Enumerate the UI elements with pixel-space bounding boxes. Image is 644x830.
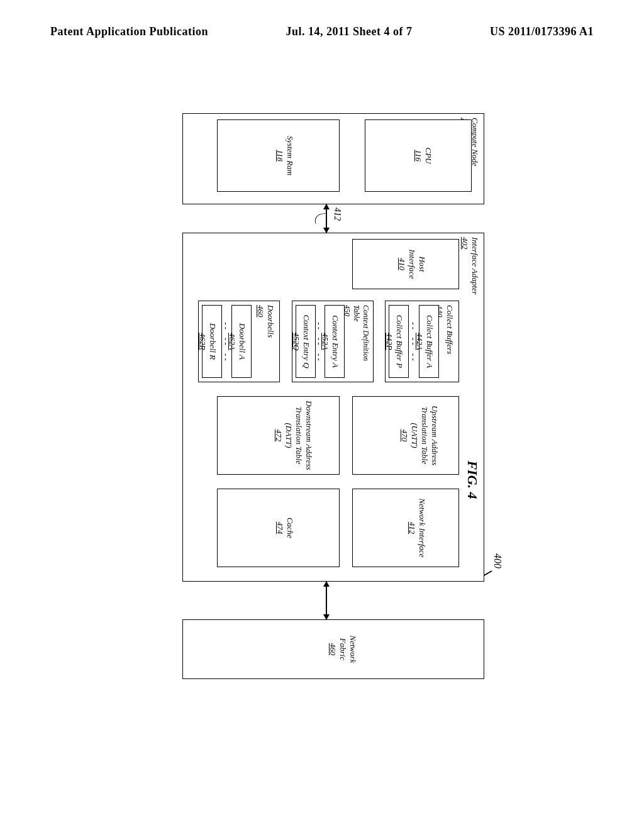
figure-label: FIG. 4 (464, 460, 480, 499)
system-ram-block: System Ram 118 (217, 119, 340, 192)
header-left: Patent Application Publication (50, 25, 208, 38)
uatt-block: Upstream Address Translation Table (UATT… (352, 396, 459, 475)
datt-block: Downstream Address Translation Table (DA… (217, 396, 340, 475)
cpu-block: CPU 116 (365, 119, 472, 192)
network-interface-block: Network Interface 412 (352, 489, 459, 567)
network-fabric-block: Network Fabric 460 (182, 619, 484, 679)
header-center: Jul. 14, 2011 Sheet 4 of 7 (286, 25, 412, 38)
doorbell-a-block: Doorbell A 462A (231, 305, 252, 378)
collect-buffer-a-block: Collect Buffer A 442A (419, 305, 439, 378)
context-entry-a-block: Context Entry A 452A (325, 305, 345, 378)
dots-icon: - - - - - - (221, 302, 231, 381)
interface-adapter-title: Interface Adapter 402 (460, 237, 480, 577)
dots-icon: - - - - - - (408, 302, 418, 381)
page-header: Patent Application Publication Jul. 14, … (50, 19, 594, 45)
link-412-label: 412 (332, 208, 342, 221)
doorbells-title: Doorbells 460 (255, 305, 275, 378)
collect-buffer-p-block: Collect Buffer P 442P (389, 305, 409, 378)
doorbell-r-block: Doorbell R 462R (202, 305, 222, 378)
network-fabric-arrow (326, 582, 327, 619)
block-diagram: 400 Compute Node 102 CPU 116 System Ram … (75, 113, 503, 679)
host-interface-block: Host Interface 410 (352, 239, 459, 289)
header-right: US 2011/0173396 A1 (490, 25, 594, 38)
context-entry-q-block: Context Entry Q 452Q (296, 305, 316, 378)
ref-400: 400 (492, 553, 503, 568)
context-definition-table-title: Context Definition Table 450 (342, 305, 370, 378)
cache-block: Cache 474 (217, 489, 340, 567)
